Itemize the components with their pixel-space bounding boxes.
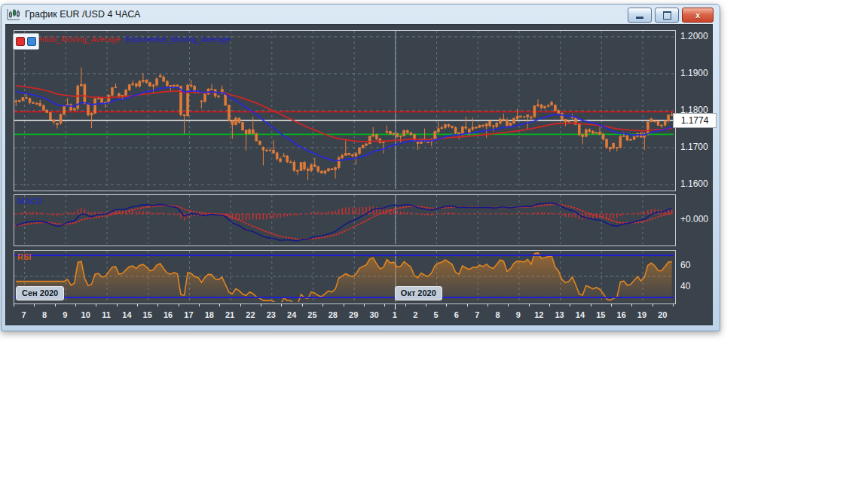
rsi-axis-label: 40 — [680, 281, 718, 291]
price-panel[interactable] — [14, 30, 676, 191]
ema-blue-chip — [27, 37, 36, 46]
time-axis-tick — [157, 303, 158, 307]
time-axis-label: 6 — [454, 310, 459, 319]
price-axis-label: 1.2000 — [680, 31, 718, 41]
month-boundary-tick — [395, 303, 396, 310]
time-axis-label: 14 — [122, 310, 131, 319]
time-axis-label: 8 — [496, 310, 500, 319]
indicator-legend: Exponential_Moving_Average Exponential_M… — [15, 35, 231, 44]
time-axis-label: 29 — [349, 310, 358, 319]
time-axis-label: 20 — [658, 310, 667, 319]
time-axis-label: 13 — [555, 310, 564, 319]
time-axis-tick — [281, 303, 282, 307]
time-axis-label: 7 — [22, 310, 26, 319]
time-axis-label: 17 — [184, 310, 193, 319]
maximize-button[interactable] — [655, 8, 679, 23]
rsi-panel[interactable] — [14, 250, 676, 304]
time-axis: 7891011141516171821222324252829301256789… — [14, 303, 674, 323]
time-axis-tick — [302, 303, 303, 307]
time-axis-label: 18 — [205, 310, 214, 319]
chart-client-area: Exponential_Moving_Average Exponential_M… — [5, 24, 713, 325]
rsi-pane-label: RSI — [17, 252, 31, 261]
time-axis-tick — [344, 303, 344, 307]
time-axis-tick — [426, 303, 426, 307]
close-icon: x — [695, 11, 700, 20]
time-axis-label: 16 — [617, 310, 626, 319]
time-axis-tick — [549, 303, 550, 307]
time-axis-tick — [631, 303, 632, 307]
time-axis-label: 15 — [596, 310, 605, 319]
month-label: Сен 2020 — [16, 286, 64, 300]
time-axis-tick — [199, 303, 200, 307]
ema-fast-legend-label: Exponential_Moving_Average — [125, 35, 230, 44]
month-label: Окт 2020 — [395, 286, 442, 300]
time-axis-tick — [591, 303, 591, 307]
minimize-button[interactable] — [628, 8, 652, 23]
macd-pane-label: MACD — [17, 197, 42, 206]
time-axis-label: 23 — [267, 310, 276, 319]
time-axis-tick — [384, 303, 385, 307]
macd-axis-label: +0.000 — [680, 214, 718, 224]
time-axis-tick — [34, 303, 35, 307]
time-axis-label: 22 — [246, 310, 255, 319]
candles-layer — [15, 68, 673, 181]
time-axis-label: 9 — [63, 310, 67, 319]
close-button[interactable]: x — [682, 8, 714, 23]
maximize-icon — [663, 11, 671, 20]
time-axis-tick — [508, 303, 509, 307]
time-axis-tick — [405, 303, 406, 307]
time-axis-label: 15 — [143, 310, 152, 319]
window-title: График EUR /USD 4 ЧАСА — [25, 9, 140, 20]
time-axis-tick — [117, 303, 118, 307]
time-axis-label: 5 — [433, 310, 438, 319]
time-axis-label: 30 — [369, 310, 378, 319]
time-axis-label: 11 — [102, 310, 111, 319]
macd-panel[interactable] — [14, 194, 676, 246]
time-axis-tick — [240, 303, 241, 307]
ema-slow-line — [16, 86, 671, 142]
rsi-fill — [16, 253, 671, 302]
time-axis-tick — [96, 303, 96, 307]
time-axis-label: 2 — [413, 310, 417, 319]
time-axis-label: 12 — [534, 310, 543, 319]
legend-color-chips[interactable] — [13, 33, 39, 50]
time-axis-tick — [673, 303, 674, 307]
time-axis-label: 25 — [307, 310, 316, 319]
time-axis-tick — [137, 303, 138, 307]
price-axis-label: 1.1900 — [680, 68, 718, 78]
time-axis-tick — [55, 303, 56, 307]
time-axis-tick — [261, 303, 261, 307]
time-axis-tick — [529, 303, 530, 307]
ema-fast-line — [16, 87, 671, 161]
time-axis-tick — [611, 303, 612, 307]
time-axis-label: 28 — [329, 310, 338, 319]
time-axis-label: 10 — [81, 310, 90, 319]
time-axis-label: 7 — [475, 310, 479, 319]
time-axis-tick — [487, 303, 488, 307]
chart-window: График EUR /USD 4 ЧАСА x Exponential_Mov… — [1, 4, 720, 331]
time-axis-tick — [75, 303, 76, 307]
time-axis-label: 19 — [637, 310, 646, 319]
time-axis-tick — [653, 303, 653, 307]
minimize-icon — [636, 17, 643, 19]
ema-red-chip — [16, 37, 25, 46]
time-axis-tick — [570, 303, 570, 307]
time-axis-tick — [322, 303, 323, 307]
rsi-axis-label: 60 — [680, 260, 718, 270]
title-bar[interactable]: График EUR /USD 4 ЧАСА x — [2, 5, 720, 24]
time-axis-label: 9 — [516, 310, 521, 319]
macd-line — [16, 203, 671, 241]
price-axis-label: 1.1700 — [680, 142, 718, 152]
price-axis-label: 1.1600 — [680, 178, 718, 189]
time-axis-label: 14 — [576, 310, 585, 319]
time-axis-label: 8 — [42, 310, 47, 319]
time-axis-tick — [467, 303, 468, 307]
current-price-tag: 1.1774 — [673, 113, 717, 128]
time-axis-tick — [219, 303, 220, 307]
time-axis-label: 21 — [225, 310, 234, 319]
time-axis-label: 16 — [164, 310, 173, 319]
time-axis-tick — [14, 303, 14, 307]
time-axis-tick — [446, 303, 447, 307]
time-axis-tick — [364, 303, 365, 307]
time-axis-tick — [179, 303, 179, 307]
